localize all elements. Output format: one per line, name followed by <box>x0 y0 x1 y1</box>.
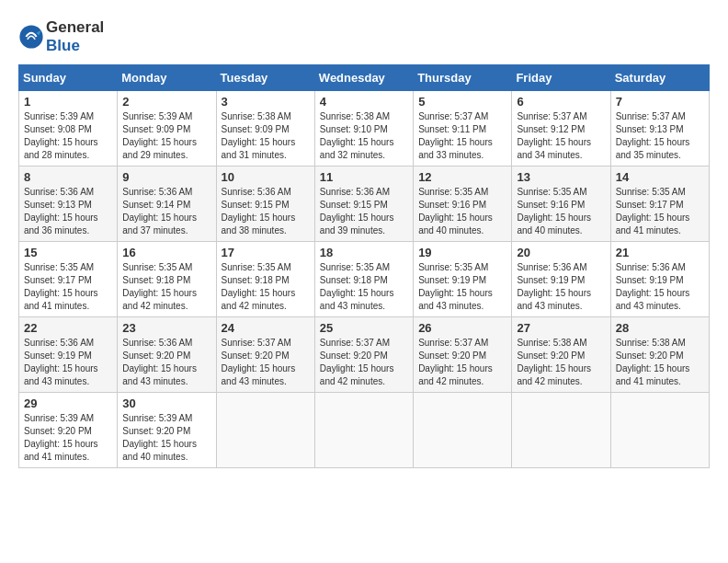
calendar-cell: 19 Sunrise: 5:35 AM Sunset: 9:19 PM Dayl… <box>414 242 512 317</box>
day-info: Sunrise: 5:37 AM Sunset: 9:12 PM Dayligh… <box>517 110 605 162</box>
calendar-cell: 2 Sunrise: 5:39 AM Sunset: 9:09 PM Dayli… <box>118 91 216 167</box>
calendar-table: SundayMondayTuesdayWednesdayThursdayFrid… <box>18 64 710 468</box>
calendar-cell <box>216 393 314 468</box>
logo-general-text: General <box>46 18 104 36</box>
day-info: Sunrise: 5:36 AM Sunset: 9:19 PM Dayligh… <box>24 337 112 388</box>
day-info: Sunrise: 5:36 AM Sunset: 9:15 PM Dayligh… <box>320 186 408 237</box>
day-info: Sunrise: 5:35 AM Sunset: 9:19 PM Dayligh… <box>418 261 506 313</box>
day-number: 28 <box>616 321 704 335</box>
day-info: Sunrise: 5:37 AM Sunset: 9:20 PM Dayligh… <box>222 337 310 388</box>
day-info: Sunrise: 5:35 AM Sunset: 9:18 PM Dayligh… <box>222 261 310 313</box>
calendar-cell: 1 Sunrise: 5:39 AM Sunset: 9:08 PM Dayli… <box>19 91 118 167</box>
calendar-cell: 25 Sunrise: 5:37 AM Sunset: 9:20 PM Dayl… <box>314 317 413 393</box>
day-info: Sunrise: 5:38 AM Sunset: 9:09 PM Dayligh… <box>222 110 310 162</box>
day-info: Sunrise: 5:37 AM Sunset: 9:20 PM Dayligh… <box>418 337 506 388</box>
calendar-cell: 9 Sunrise: 5:36 AM Sunset: 9:14 PM Dayli… <box>118 167 216 242</box>
day-number: 19 <box>418 246 506 259</box>
day-number: 29 <box>24 396 112 410</box>
calendar-cell: 23 Sunrise: 5:36 AM Sunset: 9:20 PM Dayl… <box>118 317 216 393</box>
calendar-cell: 6 Sunrise: 5:37 AM Sunset: 9:12 PM Dayli… <box>512 91 610 167</box>
day-number: 5 <box>418 95 506 109</box>
col-header-thursday: Thursday <box>414 65 512 91</box>
calendar-cell: 29 Sunrise: 5:39 AM Sunset: 9:20 PM Dayl… <box>19 393 118 468</box>
logo: General Blue <box>18 18 104 55</box>
day-number: 26 <box>418 321 506 335</box>
day-info: Sunrise: 5:35 AM Sunset: 9:17 PM Dayligh… <box>616 186 704 237</box>
day-number: 17 <box>222 246 310 259</box>
day-number: 2 <box>122 95 210 109</box>
col-header-wednesday: Wednesday <box>314 65 413 91</box>
day-info: Sunrise: 5:35 AM Sunset: 9:16 PM Dayligh… <box>418 186 506 237</box>
calendar-cell: 26 Sunrise: 5:37 AM Sunset: 9:20 PM Dayl… <box>414 317 512 393</box>
day-number: 22 <box>24 321 112 335</box>
calendar-cell: 14 Sunrise: 5:35 AM Sunset: 9:17 PM Dayl… <box>610 167 709 242</box>
logo-icon <box>18 24 44 50</box>
day-info: Sunrise: 5:35 AM Sunset: 9:17 PM Dayligh… <box>24 261 112 313</box>
calendar-cell: 18 Sunrise: 5:35 AM Sunset: 9:18 PM Dayl… <box>314 242 413 317</box>
day-info: Sunrise: 5:36 AM Sunset: 9:19 PM Dayligh… <box>616 261 704 313</box>
day-info: Sunrise: 5:39 AM Sunset: 9:09 PM Dayligh… <box>122 110 210 162</box>
col-header-monday: Monday <box>118 65 216 91</box>
day-number: 3 <box>222 95 310 109</box>
col-header-sunday: Sunday <box>19 65 118 91</box>
day-number: 16 <box>122 246 210 259</box>
col-header-saturday: Saturday <box>610 65 709 91</box>
col-header-friday: Friday <box>512 65 610 91</box>
calendar-cell: 3 Sunrise: 5:38 AM Sunset: 9:09 PM Dayli… <box>216 91 314 167</box>
calendar-cell: 8 Sunrise: 5:36 AM Sunset: 9:13 PM Dayli… <box>19 167 118 242</box>
calendar-cell: 12 Sunrise: 5:35 AM Sunset: 9:16 PM Dayl… <box>414 167 512 242</box>
day-info: Sunrise: 5:36 AM Sunset: 9:13 PM Dayligh… <box>24 186 112 237</box>
day-number: 10 <box>222 170 310 184</box>
day-number: 1 <box>24 95 112 109</box>
calendar-cell: 7 Sunrise: 5:37 AM Sunset: 9:13 PM Dayli… <box>610 91 709 167</box>
day-info: Sunrise: 5:39 AM Sunset: 9:20 PM Dayligh… <box>122 412 210 464</box>
day-info: Sunrise: 5:37 AM Sunset: 9:20 PM Dayligh… <box>320 337 408 388</box>
day-info: Sunrise: 5:38 AM Sunset: 9:10 PM Dayligh… <box>320 110 408 162</box>
calendar-header-row: SundayMondayTuesdayWednesdayThursdayFrid… <box>19 65 710 91</box>
day-number: 24 <box>222 321 310 335</box>
day-number: 4 <box>320 95 408 109</box>
day-info: Sunrise: 5:35 AM Sunset: 9:16 PM Dayligh… <box>517 186 605 237</box>
calendar-cell: 17 Sunrise: 5:35 AM Sunset: 9:18 PM Dayl… <box>216 242 314 317</box>
day-info: Sunrise: 5:37 AM Sunset: 9:13 PM Dayligh… <box>616 110 704 162</box>
day-number: 12 <box>418 170 506 184</box>
calendar-cell: 11 Sunrise: 5:36 AM Sunset: 9:15 PM Dayl… <box>314 167 413 242</box>
day-info: Sunrise: 5:36 AM Sunset: 9:19 PM Dayligh… <box>517 261 605 313</box>
day-number: 27 <box>517 321 605 335</box>
calendar-cell: 5 Sunrise: 5:37 AM Sunset: 9:11 PM Dayli… <box>414 91 512 167</box>
day-number: 13 <box>517 170 605 184</box>
day-number: 7 <box>616 95 704 109</box>
day-number: 23 <box>122 321 210 335</box>
day-number: 25 <box>320 321 408 335</box>
calendar-cell: 4 Sunrise: 5:38 AM Sunset: 9:10 PM Dayli… <box>314 91 413 167</box>
calendar-cell: 28 Sunrise: 5:38 AM Sunset: 9:20 PM Dayl… <box>610 317 709 393</box>
day-number: 14 <box>616 170 704 184</box>
calendar-cell: 30 Sunrise: 5:39 AM Sunset: 9:20 PM Dayl… <box>118 393 216 468</box>
day-info: Sunrise: 5:39 AM Sunset: 9:20 PM Dayligh… <box>24 412 112 464</box>
calendar-cell: 10 Sunrise: 5:36 AM Sunset: 9:15 PM Dayl… <box>216 167 314 242</box>
day-info: Sunrise: 5:36 AM Sunset: 9:14 PM Dayligh… <box>122 186 210 237</box>
calendar-week-row: 8 Sunrise: 5:36 AM Sunset: 9:13 PM Dayli… <box>19 167 710 242</box>
calendar-cell: 24 Sunrise: 5:37 AM Sunset: 9:20 PM Dayl… <box>216 317 314 393</box>
day-info: Sunrise: 5:35 AM Sunset: 9:18 PM Dayligh… <box>122 261 210 313</box>
calendar-cell <box>610 393 709 468</box>
day-number: 15 <box>24 246 112 259</box>
day-number: 11 <box>320 170 408 184</box>
logo-blue-text: Blue <box>46 37 80 54</box>
calendar-week-row: 1 Sunrise: 5:39 AM Sunset: 9:08 PM Dayli… <box>19 91 710 167</box>
calendar-week-row: 29 Sunrise: 5:39 AM Sunset: 9:20 PM Dayl… <box>19 393 710 468</box>
calendar-cell <box>314 393 413 468</box>
day-number: 9 <box>122 170 210 184</box>
day-number: 20 <box>517 246 605 259</box>
day-number: 8 <box>24 170 112 184</box>
day-info: Sunrise: 5:37 AM Sunset: 9:11 PM Dayligh… <box>418 110 506 162</box>
calendar-week-row: 15 Sunrise: 5:35 AM Sunset: 9:17 PM Dayl… <box>19 242 710 317</box>
calendar-cell: 22 Sunrise: 5:36 AM Sunset: 9:19 PM Dayl… <box>19 317 118 393</box>
day-number: 6 <box>517 95 605 109</box>
day-number: 21 <box>616 246 704 259</box>
day-number: 30 <box>122 396 210 410</box>
calendar-cell <box>512 393 610 468</box>
calendar-cell: 16 Sunrise: 5:35 AM Sunset: 9:18 PM Dayl… <box>118 242 216 317</box>
day-info: Sunrise: 5:39 AM Sunset: 9:08 PM Dayligh… <box>24 110 112 162</box>
day-info: Sunrise: 5:36 AM Sunset: 9:15 PM Dayligh… <box>222 186 310 237</box>
